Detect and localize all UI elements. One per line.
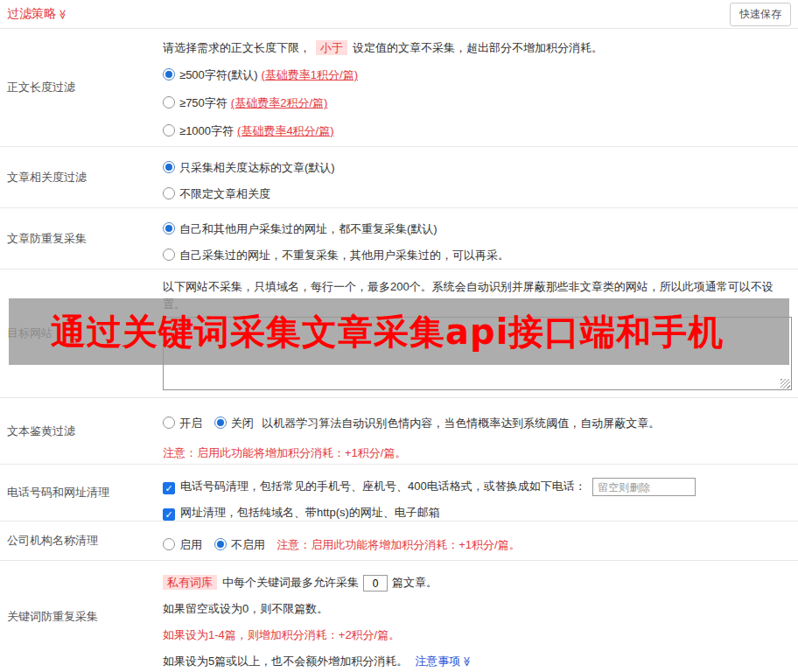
radio-option-relevance-any[interactable]: 不限定文章相关度 <box>163 181 793 207</box>
top-bar: 过滤策略≫ 快速保存 <box>0 0 798 29</box>
radio-icon[interactable] <box>163 187 175 200</box>
intro-pre: 请选择需求的正文长度下限， <box>163 41 311 54</box>
porn-filter-desc: 以机器学习算法自动识别色情内容，当色情概率达到系统阈值，自动屏蔽文章。 <box>262 416 660 430</box>
keyword-dedup-line1-post: 篇文章。 <box>392 576 438 589</box>
relevance-filter-label: 文章相关度过滤 <box>0 147 156 207</box>
radio-icon[interactable] <box>214 416 227 429</box>
radio-label: 不限定文章相关度 <box>179 187 270 200</box>
radio-label: ≥1000字符 <box>179 124 234 137</box>
radio-option-length-1000[interactable]: ≥1000字符(基础费率4积分/篇) <box>163 117 793 145</box>
radio-label: 只采集相关度达标的文章(默认) <box>179 161 335 174</box>
page-title-text: 过滤策略 <box>7 6 56 20</box>
radio-option-dedup-global[interactable]: 自己和其他用户采集过的网址，都不重复采集(默认) <box>163 216 793 242</box>
radio-icon[interactable] <box>163 68 175 80</box>
phone-clean-label: 电话号码和网址清理 <box>0 465 156 521</box>
radio-fee-note: (基础费率1积分/篇) <box>261 68 358 81</box>
row-keyword-dedup: 关键词防重复采集 私有词库中每个关键词最多允许采集篇文章。 如果留空或设为0，则… <box>0 561 798 672</box>
overlay-banner-text: 通过关键词采集文章采集api接口端和手机 <box>51 308 724 356</box>
radio-option-porn-off[interactable]: 关闭 <box>214 410 254 437</box>
keyword-dedup-line4-text: 如果设为5篇或以上，也不会额外增加积分消耗。 <box>163 654 408 668</box>
radio-option-relevance-strict[interactable]: 只采集相关度达标的文章(默认) <box>163 155 793 181</box>
radio-label: 不启用 <box>231 538 265 551</box>
overlay-banner: 通过关键词采集文章采集api接口端和手机 <box>9 298 789 365</box>
radio-label: 关闭 <box>231 416 254 430</box>
company-clean-fee-note: 注意：启用此功能将增加积分消耗：+1积分/篇。 <box>276 538 520 551</box>
radio-option-porn-on[interactable]: 开启 <box>163 410 202 437</box>
radio-option-dedup-self[interactable]: 自己采集过的网址，不重复采集，其他用户采集过的，可以再采。 <box>163 242 793 269</box>
checkbox-label: 电话号码清理，包括常见的手机号、座机号、400电话格式，或替换成如下电话： <box>180 480 586 493</box>
company-clean-label: 公司机构名称清理 <box>0 522 156 560</box>
porn-filter-label: 文本鉴黄过滤 <box>0 398 156 464</box>
radio-icon[interactable] <box>163 538 175 550</box>
radio-icon[interactable] <box>163 96 175 108</box>
chevron-down-icon: ≫ <box>57 10 68 20</box>
notes-link[interactable]: 注意事项≫ <box>415 654 472 668</box>
chevron-down-icon: ≫ <box>454 656 480 667</box>
page-title[interactable]: 过滤策略≫ <box>7 6 68 22</box>
keyword-dedup-line3: 如果设为1-4篇，则增加积分消耗：+2积分/篇。 <box>163 622 793 648</box>
radio-icon[interactable] <box>163 161 175 173</box>
row-length-filter: 正文长度过滤 请选择需求的正文长度下限，小于设定值的文章不采集，超出部分不增加积… <box>0 29 798 147</box>
checkbox-phone-clean[interactable]: 电话号码清理，包括常见的手机号、座机号、400电话格式，或替换成如下电话： <box>163 480 589 493</box>
checkbox-label: 网址清理，包括纯域名、带http(s)的网址、电子邮箱 <box>180 506 440 519</box>
checkbox-icon[interactable] <box>163 508 175 521</box>
keyword-dedup-line1-mid: 中每个关键词最多允许采集 <box>222 576 359 589</box>
length-filter-label: 正文长度过滤 <box>0 29 156 146</box>
radio-fee-note: (基础费率2积分/篇) <box>231 96 328 109</box>
intro-highlight: 小于 <box>316 40 347 55</box>
radio-label: ≥500字符(默认) <box>179 68 257 81</box>
intro-post: 设定值的文章不采集，超出部分不增加积分消耗。 <box>353 41 603 54</box>
dedup-filter-label: 文章防重复采集 <box>0 208 156 269</box>
checkbox-icon[interactable] <box>163 482 175 494</box>
length-filter-intro: 请选择需求的正文长度下限，小于设定值的文章不采集，超出部分不增加积分消耗。 <box>163 39 793 57</box>
radio-label: 自己采集过的网址，不重复采集，其他用户采集过的，可以再采。 <box>179 248 509 262</box>
radio-option-length-750[interactable]: ≥750字符(基础费率2积分/篇) <box>163 89 793 117</box>
radio-option-company-off[interactable]: 不启用 <box>214 532 265 558</box>
checkbox-url-clean[interactable]: 网址清理，包括纯域名、带http(s)的网址、电子邮箱 <box>163 506 440 519</box>
row-dedup-filter: 文章防重复采集 自己和其他用户采集过的网址，都不重复采集(默认) 自己采集过的网… <box>0 208 798 270</box>
radio-label: ≥750字符 <box>179 96 228 109</box>
radio-label: 自己和其他用户采集过的网址，都不重复采集(默认) <box>179 222 438 235</box>
radio-icon[interactable] <box>163 248 175 261</box>
porn-filter-fee-note: 注意：启用此功能将增加积分消耗：+1积分/篇。 <box>163 445 793 461</box>
keyword-dedup-line2: 如果留空或设为0，则不限篇数。 <box>163 596 793 622</box>
phone-clean-line: 电话号码清理，包括常见的手机号、座机号、400电话格式，或替换成如下电话： <box>163 473 793 500</box>
keyword-dedup-line4: 如果设为5篇或以上，也不会额外增加积分消耗。注意事项≫ <box>163 648 793 672</box>
radio-option-length-500[interactable]: ≥500字符(默认)(基础费率1积分/篇) <box>163 61 793 89</box>
radio-option-company-on[interactable]: 启用 <box>163 532 202 558</box>
porn-filter-options: 开启 关闭 以机器学习算法自动识别色情内容，当色情概率达到系统阈值，自动屏蔽文章… <box>163 410 793 437</box>
max-articles-input[interactable] <box>363 575 388 592</box>
resize-grip-icon[interactable] <box>780 379 790 388</box>
radio-fee-note: (基础费率4积分/篇) <box>237 124 334 137</box>
private-lexicon-highlight: 私有词库 <box>163 575 217 590</box>
row-company-clean: 公司机构名称清理 启用 不启用 注意：启用此功能将增加积分消耗：+1积分/篇。 <box>0 522 798 561</box>
radio-icon[interactable] <box>163 416 175 429</box>
row-relevance-filter: 文章相关度过滤 只采集相关度达标的文章(默认) 不限定文章相关度 <box>0 147 798 208</box>
radio-label: 开启 <box>179 416 202 430</box>
quick-save-button[interactable]: 快速保存 <box>730 3 791 26</box>
radio-icon[interactable] <box>214 538 227 550</box>
row-porn-filter: 文本鉴黄过滤 开启 关闭 以机器学习算法自动识别色情内容，当色情概率达到系统阈值… <box>0 398 798 465</box>
replacement-phone-input[interactable] <box>592 478 696 496</box>
radio-icon[interactable] <box>163 124 175 136</box>
keyword-dedup-line1: 私有词库中每个关键词最多允许采集篇文章。 <box>163 570 793 596</box>
radio-icon[interactable] <box>163 222 175 234</box>
keyword-dedup-label: 关键词防重复采集 <box>0 561 156 672</box>
radio-label: 启用 <box>179 538 202 551</box>
row-phone-url-clean: 电话号码和网址清理 电话号码清理，包括常见的手机号、座机号、400电话格式，或替… <box>0 465 798 522</box>
